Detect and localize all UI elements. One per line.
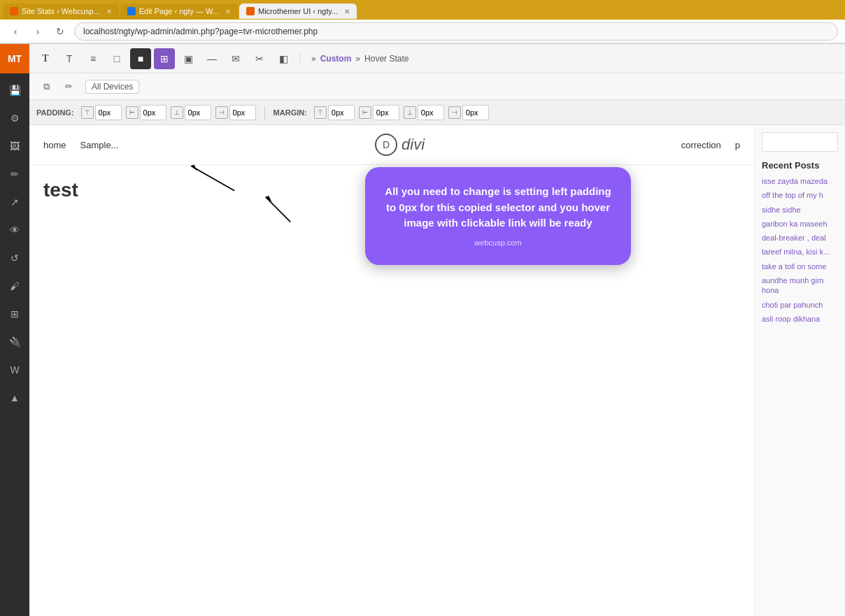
website-content: home Sample... D divi correction p	[29, 125, 754, 616]
tab-bar: Site Stats ‹ Webcusp... ✕ Edit Page ‹ ng…	[0, 0, 845, 20]
padding-bottom-input[interactable]	[185, 105, 211, 120]
back-button[interactable]: ‹	[7, 23, 24, 40]
toolbar-btn-bg[interactable]: ■	[130, 48, 151, 69]
nav-sample[interactable]: Sample...	[80, 140, 119, 150]
padding-left-field: ⊣	[215, 105, 256, 120]
margin-right-icon: ⊢	[359, 106, 371, 119]
rs-post-4[interactable]: garibon ka maseeh	[762, 219, 838, 229]
browser-chrome: Site Stats ‹ Webcusp... ✕ Edit Page ‹ ng…	[0, 0, 845, 44]
pm-separator	[264, 106, 265, 120]
sidebar-icon-wp[interactable]: W	[2, 357, 27, 382]
breadcrumb: » Custom » Hover State	[311, 54, 409, 64]
nav-correction[interactable]: correction	[681, 140, 721, 150]
toolbar: T T ≡ □ ■ ⊞ ▣ — ✉ ✂ ◧ » Custom » Hover S…	[29, 44, 845, 73]
sidebar-icon-export[interactable]: ↗	[2, 189, 27, 215]
left-sidebar: MT 💾 ⚙ 🖼 ✏ ↗ 👁 ↺ 🖌 ⊞ 🔌 W ▲	[0, 44, 29, 616]
padding-bottom-icon: ⊥	[171, 106, 183, 119]
rs-post-9[interactable]: choti par pahunch	[762, 300, 838, 310]
tab-label-2: Edit Page ‹ ngty — W...	[139, 7, 219, 15]
tab-site-stats[interactable]: Site Stats ‹ Webcusp... ✕	[3, 3, 119, 19]
tab-favicon-1	[10, 7, 18, 15]
padding-right-input[interactable]	[140, 105, 166, 120]
padding-right-icon: ⊢	[126, 106, 139, 119]
margin-top-icon: ⊤	[314, 106, 327, 119]
toolbar-btn-email[interactable]: ✉	[225, 48, 246, 69]
sidebar-icon-plugin[interactable]: 🔌	[2, 329, 27, 354]
tooltip-text: All you need to change is setting left p…	[385, 184, 611, 231]
site-logo-text: divi	[402, 136, 425, 154]
sidebar-icon-media[interactable]: 🖼	[2, 134, 27, 159]
toolbar-btn-split[interactable]: ◧	[273, 48, 294, 69]
site-nav: home Sample... D divi correction p	[29, 125, 754, 165]
forward-button[interactable]: ›	[29, 23, 46, 40]
padding-left-input[interactable]	[229, 105, 256, 120]
main-content: T T ≡ □ ■ ⊞ ▣ — ✉ ✂ ◧ » Custom » Hover S…	[29, 44, 845, 616]
toolbar-btn-scissors[interactable]: ✂	[249, 48, 270, 69]
reload-button[interactable]: ↻	[52, 23, 69, 40]
tab-close-3[interactable]: ✕	[344, 8, 350, 15]
sidebar-icon-grid[interactable]: ⊞	[2, 301, 27, 327]
sidebar-icon-refresh[interactable]: ↺	[2, 245, 27, 271]
toolbar-btn-display[interactable]: ▣	[178, 48, 199, 69]
tab-microthemer[interactable]: Microthemer UI ‹ ngty... ✕	[239, 3, 357, 19]
url-input[interactable]	[74, 22, 838, 41]
margin-left-icon: ⊣	[448, 106, 461, 119]
tooltip-callout: All you need to change is setting left p…	[365, 167, 631, 265]
tab-label-3: Microthemer UI ‹ ngty...	[258, 7, 338, 15]
breadcrumb-sep2: »	[355, 54, 360, 64]
margin-top-input[interactable]	[328, 105, 355, 120]
toolbar-btn-border[interactable]: □	[106, 48, 127, 69]
sidebar-icon-edit[interactable]: ✏	[2, 162, 27, 187]
toolbar-btn-hr[interactable]: —	[201, 48, 222, 69]
page-area: home Sample... D divi correction p	[29, 125, 845, 616]
sidebar-icon-save[interactable]: 💾	[2, 78, 27, 103]
toolbar-btn-text[interactable]: T	[59, 48, 80, 69]
recent-posts-title: Recent Posts	[762, 160, 838, 171]
nav-menu: home Sample... D divi correction p	[43, 134, 740, 156]
address-bar: ‹ › ↻	[0, 20, 845, 43]
rs-post-5[interactable]: deal-breaker , deal	[762, 233, 838, 243]
rs-search-input[interactable]	[762, 132, 838, 152]
edit-device-btn[interactable]: ✏	[59, 77, 78, 96]
padding-top-input[interactable]	[95, 105, 122, 120]
sidebar-icon-settings[interactable]: ⚙	[2, 106, 27, 131]
sidebar-icon-preview[interactable]: 👁	[2, 217, 27, 243]
toolbar-btn-font[interactable]: T	[35, 48, 56, 69]
margin-left-input[interactable]	[462, 105, 489, 120]
copy-device-btn[interactable]: ⧉	[36, 77, 56, 96]
padding-bottom-field: ⊥	[171, 105, 211, 120]
rs-post-7[interactable]: take a toll on some	[762, 262, 838, 271]
padding-right-field: ⊢	[126, 105, 166, 120]
tab-close-2[interactable]: ✕	[225, 8, 231, 15]
tab-edit-page[interactable]: Edit Page ‹ ngty — W... ✕	[120, 3, 238, 19]
all-devices-label[interactable]: All Devices	[85, 80, 139, 94]
tab-close-1[interactable]: ✕	[106, 8, 112, 15]
nav-p[interactable]: p	[735, 140, 740, 150]
margin-top-field: ⊤	[314, 105, 355, 120]
sidebar-icon-paint[interactable]: 🖌	[2, 273, 27, 299]
rs-post-10[interactable]: asli roop dikhana	[762, 314, 838, 324]
margin-right-input[interactable]	[373, 105, 399, 120]
margin-label: MARGIN:	[274, 108, 307, 117]
nav-home[interactable]: home	[43, 140, 66, 150]
toolbar-btn-list[interactable]: ≡	[83, 48, 104, 69]
tab-favicon-3	[246, 7, 255, 15]
margin-left-field: ⊣	[448, 105, 489, 120]
toolbar-btn-layout[interactable]: ⊞	[154, 48, 175, 69]
padding-left-icon: ⊣	[215, 106, 228, 119]
site-logo-circle: D	[375, 134, 397, 156]
rs-post-2[interactable]: off the top of my h	[762, 190, 838, 200]
site-logo: D divi	[375, 134, 425, 156]
breadcrumb-custom[interactable]: Custom	[320, 54, 352, 64]
margin-bottom-input[interactable]	[418, 105, 444, 120]
sidebar-icon-collapse[interactable]: ▲	[2, 385, 27, 410]
app-logo[interactable]: MT	[0, 44, 29, 73]
right-sidebar: Recent Posts isse zayda mazeda off the t…	[754, 125, 845, 616]
rs-post-8[interactable]: aundhe munh girn hona	[762, 275, 838, 296]
padding-top-icon: ⊤	[81, 106, 94, 119]
rs-post-6[interactable]: tareef milna, kisi k...	[762, 247, 838, 257]
rs-post-3[interactable]: sidhe sidhe	[762, 205, 838, 215]
rs-post-1[interactable]: isse zayda mazeda	[762, 176, 838, 186]
breadcrumb-sep1: »	[311, 54, 316, 64]
padding-margin-bar: PADDING: ⊤ ⊢ ⊥ ⊣ MARGIN: ⊤	[29, 100, 845, 125]
